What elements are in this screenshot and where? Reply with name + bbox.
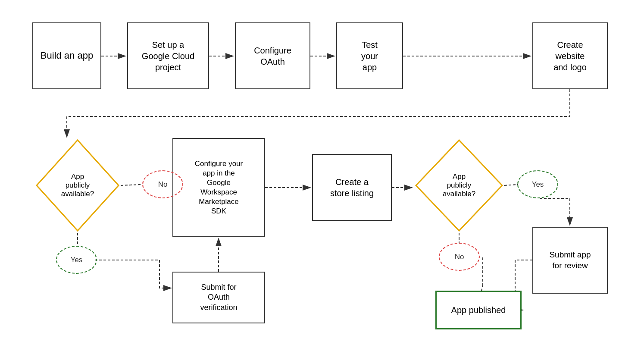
yes2-oval: Yes (517, 170, 558, 198)
diamond1-container: Apppubliclyavailable? (34, 138, 121, 233)
submit-oauth-box: Submit forOAuthverification (172, 272, 265, 323)
build-app-box: Build an app (32, 22, 101, 89)
diamond2-container: Apppubliclyavailable? (414, 138, 504, 233)
configure-oauth-box: ConfigureOAuth (235, 22, 310, 89)
test-app-box: Testyourapp (336, 22, 403, 89)
submit-review-box: Submit appfor review (532, 227, 608, 294)
diamond1-label: Apppubliclyavailable? (61, 172, 94, 198)
create-store-box: Create astore listing (312, 154, 392, 221)
no1-oval: No (142, 170, 183, 198)
yes1-oval: Yes (56, 246, 97, 274)
configure-workspace-box: Configure yourapp in theGoogleWorkspaceM… (172, 138, 265, 237)
no2-oval: No (439, 243, 480, 271)
svg-line-12 (504, 185, 518, 185)
svg-line-6 (121, 185, 141, 185)
diamond2-label: Apppubliclyavailable? (443, 172, 476, 198)
setup-google-box: Set up aGoogle Cloudproject (127, 22, 209, 89)
create-website-box: Createwebsiteand logo (532, 22, 608, 89)
app-published-box: App published (435, 291, 522, 329)
diagram: Build an app Set up aGoogle Cloudproject… (0, 0, 644, 351)
